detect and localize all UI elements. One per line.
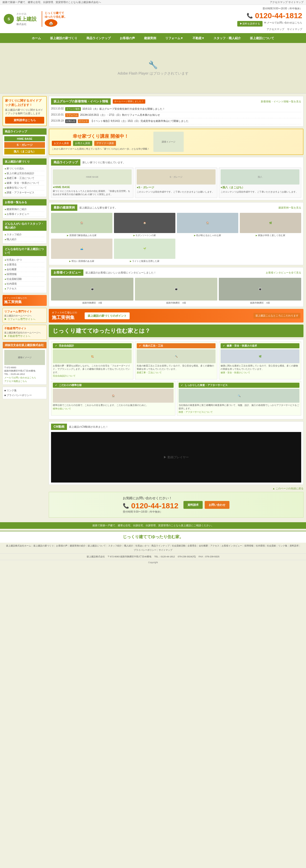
sidebar-link-construction-ex[interactable]: 建築実例のご紹介 — [5, 207, 44, 212]
nav-link-voice[interactable]: お客様の声 — [115, 34, 140, 43]
sidebar-link-csr[interactable]: 社会貢献活動 — [5, 277, 44, 282]
nav-link-realestate[interactable]: 不動産▼ — [188, 34, 209, 43]
back-to-top-link[interactable]: ▲ このページの先頭に戻る — [272, 487, 304, 490]
nav-link-reform[interactable]: リフォーム▼ — [161, 34, 188, 43]
sidebar-email-link[interactable]: メールでお問い合わせはこちら — [4, 376, 36, 379]
header-sitemap-link[interactable]: サイトマップ — [287, 28, 302, 31]
mago-box[interactable]: 孫八（まこはち） — [4, 149, 45, 154]
interview-header: お客様インタビュー 坂上建設のお客様においしいお客様にインタビューしました！ お… — [51, 270, 301, 276]
footer-nav-1[interactable]: 坂上建設の家づくり — [33, 544, 55, 548]
phone-number-row: 📞 0120-44-1812 — [247, 11, 302, 20]
footer-nav-4[interactable]: 坂上建設について — [88, 544, 107, 548]
sidebar-link-privacy[interactable]: ■ プライバシーポリシー — [4, 393, 45, 397]
footer-nav-19[interactable]: プライバシーポリシー — [134, 549, 158, 552]
footer-nav-17[interactable]: リンク集 — [278, 544, 288, 548]
point-link-0[interactable]: 完全自由設計について — [53, 375, 75, 377]
product-text-2: このコンテンツは現在作成中です。ご了承いただきますようお願いします。 — [221, 190, 300, 194]
sidebar-link-greeting[interactable]: 社長あいさつ — [5, 257, 44, 262]
sidebar-link-links[interactable]: ■ リンク集 — [4, 389, 45, 393]
footer-nav-18[interactable]: 資料請求 — [289, 544, 300, 548]
interview-photo-2: 👨‍👩‍👧‍👦 — [219, 278, 301, 301]
nav-item-home[interactable]: ホーム — [27, 34, 45, 43]
nav-item-reform[interactable]: リフォーム▼ — [161, 34, 188, 43]
footer-nav-6[interactable]: 職人紹介 — [124, 544, 134, 548]
nav-link-lineup[interactable]: 商品ラインナップ — [82, 34, 115, 43]
header-access-link[interactable]: アクセスマップ — [267, 28, 284, 31]
footer-nav-8[interactable]: 商品ラインナップ — [151, 544, 171, 548]
sidebar-link-access[interactable]: アクセス — [5, 286, 44, 291]
sidebar-product-lineup: 商品ラインナップ HIME BASE S・ガレージ 孫八（まこはち） — [2, 128, 47, 156]
news-more-link[interactable]: 新着情報・イベント情報一覧を見る — [261, 100, 301, 103]
interview-more-link[interactable]: お客様インタビューを全て見る — [266, 271, 301, 275]
green-banner-text: 姫路で新築一戸建て、建替え住宅、分譲住宅、分譲管理、賃貸管理のことなら坂上建設に… — [92, 524, 214, 527]
sidebar-link-environment[interactable]: 社内環境 — [5, 282, 44, 286]
product-img-1: S・ガレージ — [137, 169, 216, 185]
nav-item-lineup[interactable]: 商品ラインナップ — [82, 34, 115, 43]
sidebar-link-interview[interactable]: お客様インタビュー — [5, 212, 44, 217]
s-garage-box[interactable]: S・ガレージ — [4, 142, 45, 148]
footer-nav-7[interactable]: 社長あいさつ — [135, 544, 150, 548]
hime-base-box[interactable]: HIME BASE — [4, 136, 45, 141]
contact-inquiry-button[interactable]: お問い合わせ — [205, 501, 230, 509]
footer-nav-5[interactable]: スタッフ紹介 — [108, 544, 123, 548]
phone-area: 受付時間 9:00〜18:00（年中無休） — [263, 7, 302, 10]
nav-link-house[interactable]: 坂上建設の家づくり — [45, 34, 82, 43]
nav-item-about[interactable]: 坂上建設について — [245, 34, 279, 43]
footer-nav-16[interactable]: 社会貢献 — [267, 544, 277, 548]
news-item-0: 2013.10.02 イベント報告 10月1日（火）坂上グループ安全衛生旅行大会… — [51, 106, 301, 112]
sidebar-map-link[interactable]: アクセス地図はこちら — [4, 380, 27, 382]
point-link-3[interactable]: 標準仕様について — [53, 407, 71, 410]
interview-card-1: 👨‍👩‍👦 姫路市飾磨区 A様 — [135, 278, 217, 305]
main-wrapper: 家づくりに関するガイドブック差し上げます！ 坂上建設の家づくりに関するガイドブッ… — [0, 94, 306, 522]
kouji-company: 坂上建設の家づくりのポイント — [85, 312, 130, 319]
sidebar-link-design[interactable]: 坂上の家は完全自由設計 — [5, 171, 44, 176]
construction-more-link[interactable]: 建築実例一覧を見る — [278, 206, 301, 210]
footer-nav-10[interactable]: 企業理念 — [187, 544, 198, 548]
sidebar-link-recruit[interactable]: 採用情報 — [5, 272, 44, 277]
access-map-link[interactable]: アクセスマップ — [270, 1, 287, 4]
sitemap-link[interactable]: サイトマップ — [288, 1, 304, 4]
point-link-1[interactable]: 基礎工事・工法について — [137, 371, 162, 374]
sidebar-link-flow[interactable]: 家づくりの流れ — [5, 166, 44, 171]
sidebar-link-philosophy[interactable]: 企業理念 — [5, 262, 44, 267]
sidebar-fudosan-link[interactable]: ▶ 不動産専門サイトへ — [4, 335, 30, 337]
point-img-3: 🏠 — [53, 389, 174, 403]
nav-item-staff[interactable]: スタッフ・職人紹介 — [209, 34, 245, 43]
nav-item-voice[interactable]: お客様の声 — [115, 34, 140, 43]
sidebar-link-company[interactable]: 会社概要 — [5, 267, 44, 272]
nav-item-construction[interactable]: 建築実例 — [140, 34, 161, 43]
footer-nav-3[interactable]: 建築実例の紹介 — [70, 544, 87, 548]
footer-nav-0[interactable]: 坂上建設株式会社ホーム — [6, 544, 32, 548]
contact-material-button[interactable]: 資料請求 — [183, 501, 203, 509]
footer-nav-12[interactable]: アクセス — [210, 544, 221, 548]
sidebar-about-title: どんな会社なの？坂上建設について — [3, 246, 47, 256]
sidebar-link-healthy-house[interactable]: 健康住宅について — [5, 186, 44, 190]
footer-nav-9[interactable]: 社会貢献活動 — [172, 544, 187, 548]
footer-nav-20[interactable]: サイトマップ — [159, 549, 172, 552]
nav-link-about[interactable]: 坂上建設について — [245, 34, 279, 43]
guidebook-button[interactable]: 資料請求はこちら — [5, 117, 44, 124]
nav-item-realestate[interactable]: 不動産▼ — [188, 34, 209, 43]
footer-nav-11[interactable]: 会社概要 — [199, 544, 209, 548]
interview-card-2: 👨‍👩‍👧‍👦 姫路市飾磨区 A様 — [219, 278, 301, 305]
sidebar-reform-link[interactable]: ▶ リフォーム専門サイトへ — [4, 318, 35, 320]
point-link-4[interactable]: 検査・アフターサービスについて — [179, 411, 213, 413]
nav-link-staff[interactable]: スタッフ・職人紹介 — [209, 34, 245, 43]
footer-nav-14[interactable]: 採用情報 — [244, 544, 255, 548]
sidebar-link-foundation[interactable]: 基礎工事・工法について — [5, 176, 44, 181]
sidebar-link-staff[interactable]: スタッフ紹介 — [5, 232, 44, 237]
nav-link-construction[interactable]: 建築実例 — [140, 34, 161, 43]
product-text-0: 家づくりにこだわりをもって人と自分の住む居場所、「快適な生活空間」を生み出す本来… — [53, 190, 132, 196]
point-link-2[interactable]: 健康・安全・快適さについて — [221, 371, 250, 374]
footer-nav-2[interactable]: お客様の声 — [56, 544, 69, 548]
nav-link-home[interactable]: ホーム — [27, 34, 45, 43]
nav-item-house[interactable]: 坂上建設の家づくり — [45, 34, 82, 43]
sidebar-link-artisan[interactable]: 職人紹介 — [5, 237, 44, 242]
sidebar-link-health[interactable]: 健康・安全・快適さについて — [5, 181, 44, 186]
sidebar-link-afterservice[interactable]: 調査・アフターサービス — [5, 190, 44, 195]
material-request-button[interactable]: ▶資料を請求する — [237, 21, 263, 27]
email-contact-link[interactable]: ✉ メールでお問い合わせはこちら — [264, 21, 302, 27]
point-text-4: 当社独自の検査基準と第三者機関の検査基準に基づいて、地盤、設計、施工の各段階でし… — [179, 404, 300, 410]
footer-nav-13[interactable]: お客様インタビュー — [222, 544, 243, 548]
footer-nav-15[interactable]: 社内環境 — [256, 544, 266, 548]
